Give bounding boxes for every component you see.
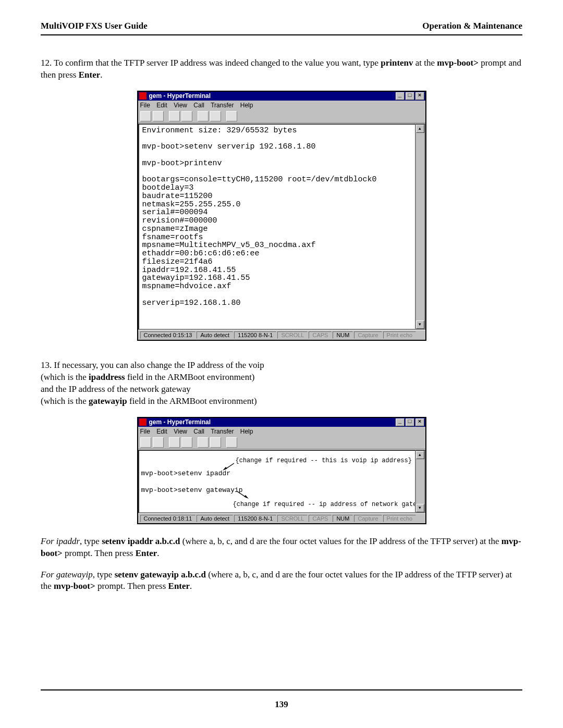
toolbar-props-icon[interactable] xyxy=(226,111,237,121)
terminal-output[interactable]: Environment size: 329/65532 bytes mvp-bo… xyxy=(138,124,416,330)
toolbar-new-icon[interactable] xyxy=(140,111,151,121)
maximize-button[interactable]: □ xyxy=(406,92,414,100)
minimize-button[interactable]: _ xyxy=(396,92,405,100)
term-line-1: mvp-boot>setenv ipaddr xyxy=(141,470,231,478)
scrollbar[interactable]: ▴ ▾ xyxy=(416,124,425,330)
header-right: Operation & Maintenance xyxy=(422,21,522,31)
term-line-2: mvp-boot>setenv gatewayip xyxy=(141,486,243,495)
page-number: 139 xyxy=(0,699,563,710)
status-conn: 115200 8-N-1 xyxy=(234,331,276,339)
status-num: NUM xyxy=(333,331,353,339)
toolbar xyxy=(138,110,425,123)
annotation-gatewayip: {change if required -- ip address of net… xyxy=(233,501,416,508)
toolbar-call-icon[interactable] xyxy=(169,437,180,448)
hyperterminal-window-1: gem - HyperTerminal _ □ × File Edit View… xyxy=(137,91,426,341)
annotation-ipaddr: {change if required -- this is voip ip a… xyxy=(236,457,412,464)
step-13-text: 13. If necessary, you can also change th… xyxy=(41,360,522,408)
status-bar: Connected 0:15:13 Auto detect 115200 8-N… xyxy=(138,330,425,340)
menu-help[interactable]: Help xyxy=(240,102,253,109)
scroll-up-icon[interactable]: ▴ xyxy=(416,125,424,133)
app-icon xyxy=(139,418,146,426)
status-scroll: SCROLL xyxy=(277,331,308,339)
window-title: gem - HyperTerminal xyxy=(149,92,211,100)
scroll-down-icon[interactable]: ▾ xyxy=(416,504,424,512)
status-capture: Capture xyxy=(354,515,382,522)
gatewayip-note: For gatewayip, type setenv gatewayip a.b… xyxy=(41,569,522,593)
status-detect: Auto detect xyxy=(197,515,233,522)
toolbar-send-icon[interactable] xyxy=(198,111,209,121)
status-time: Connected 0:18:11 xyxy=(140,515,196,522)
window-titlebar: gem - HyperTerminal _ □ × xyxy=(138,418,425,427)
toolbar-open-icon[interactable] xyxy=(153,437,164,448)
window-titlebar: gem - HyperTerminal _ □ × xyxy=(138,92,425,101)
status-caps: CAPS xyxy=(309,515,332,522)
menu-bar: File Edit View Call Transfer Help xyxy=(138,101,425,110)
menu-bar: File Edit View Call Transfer Help xyxy=(138,427,425,436)
toolbar-receive-icon[interactable] xyxy=(210,111,221,121)
status-conn: 115200 8-N-1 xyxy=(234,515,276,522)
menu-transfer[interactable]: Transfer xyxy=(211,102,234,109)
toolbar-call-icon[interactable] xyxy=(169,111,180,121)
page-header: MultiVOIP FXS User Guide Operation & Mai… xyxy=(41,21,522,35)
menu-call[interactable]: Call xyxy=(193,102,204,109)
scroll-up-icon[interactable]: ▴ xyxy=(416,451,424,459)
toolbar-hangup-icon[interactable] xyxy=(181,111,192,121)
maximize-button[interactable]: □ xyxy=(406,418,414,426)
menu-view[interactable]: View xyxy=(174,428,187,435)
toolbar-send-icon[interactable] xyxy=(198,437,209,448)
menu-view[interactable]: View xyxy=(174,102,187,109)
ipaddr-note: For ipaddr, type setenv ipaddr a.b.c.d (… xyxy=(41,536,522,560)
step-12-text: 12. To confirm that the TFTP server IP a… xyxy=(41,57,522,81)
status-caps: CAPS xyxy=(309,331,332,339)
toolbar-receive-icon[interactable] xyxy=(210,437,221,448)
header-left: MultiVOIP FXS User Guide xyxy=(41,21,148,31)
menu-file[interactable]: File xyxy=(140,102,150,109)
status-capture: Capture xyxy=(354,331,382,339)
menu-file[interactable]: File xyxy=(140,428,150,435)
window-title: gem - HyperTerminal xyxy=(149,418,211,426)
menu-help[interactable]: Help xyxy=(240,428,253,435)
toolbar-hangup-icon[interactable] xyxy=(181,437,192,448)
scrollbar[interactable]: ▴ ▾ xyxy=(416,450,425,513)
status-bar: Connected 0:18:11 Auto detect 115200 8-N… xyxy=(138,513,425,523)
terminal-output[interactable]: {change if required -- this is voip ip a… xyxy=(138,450,416,513)
menu-transfer[interactable]: Transfer xyxy=(211,428,234,435)
minimize-button[interactable]: _ xyxy=(396,418,405,426)
hyperterminal-window-2: gem - HyperTerminal _ □ × File Edit View… xyxy=(137,417,426,524)
app-icon xyxy=(139,92,146,100)
status-detect: Auto detect xyxy=(197,331,233,339)
menu-call[interactable]: Call xyxy=(193,428,204,435)
toolbar-new-icon[interactable] xyxy=(140,437,151,448)
scroll-down-icon[interactable]: ▾ xyxy=(416,320,424,329)
toolbar-open-icon[interactable] xyxy=(153,111,164,121)
menu-edit[interactable]: Edit xyxy=(156,102,167,109)
menu-edit[interactable]: Edit xyxy=(156,428,167,435)
footer-rule xyxy=(41,689,522,690)
close-button[interactable]: × xyxy=(415,92,424,100)
status-scroll: SCROLL xyxy=(277,515,308,522)
status-num: NUM xyxy=(333,515,353,522)
svg-marker-1 xyxy=(244,495,249,499)
toolbar xyxy=(138,436,425,449)
status-print: Print echo xyxy=(383,331,417,339)
status-time: Connected 0:15:13 xyxy=(140,331,196,339)
arrow-icon xyxy=(236,490,250,500)
status-print: Print echo xyxy=(383,515,417,522)
close-button[interactable]: × xyxy=(415,418,424,426)
toolbar-props-icon[interactable] xyxy=(226,437,237,448)
